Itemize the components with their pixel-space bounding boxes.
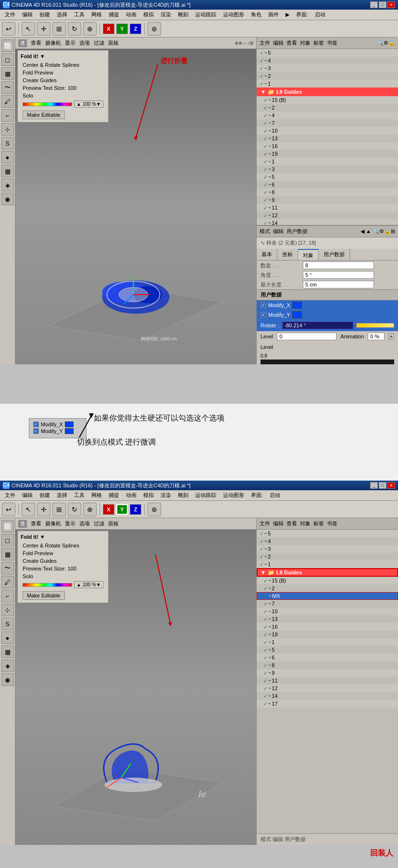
menu-select[interactable]: 选择	[54, 10, 70, 19]
b-menu-startup[interactable]: 启动	[267, 491, 283, 500]
sidebar-poly-mode[interactable]: ▦	[1, 67, 14, 80]
b-undo-button[interactable]: ↩	[2, 503, 15, 516]
scale-tool[interactable]: ⊞	[52, 22, 66, 36]
select-tool[interactable]: ↖	[22, 22, 35, 36]
b-rp-tag[interactable]: 标签	[313, 520, 324, 527]
vp-toolbar-view[interactable]: 查看	[31, 39, 41, 47]
b-guide-g12[interactable]: ✓ ~ 12	[257, 684, 398, 692]
sidebar-extra1[interactable]: ◈	[1, 179, 14, 191]
b-menu-animate[interactable]: 动画	[123, 491, 139, 500]
b-sidebar-cursor[interactable]: ⊹	[1, 604, 14, 616]
level-input[interactable]	[277, 333, 336, 340]
b-menu-motion-track[interactable]: 运动跟踪	[192, 491, 219, 500]
guide-13[interactable]: ✓ ~ 13	[257, 135, 398, 142]
minimize-button[interactable]: _	[370, 1, 378, 8]
b-guide-mx[interactable]: ✓ ~ MX	[257, 592, 398, 600]
b-move-tool[interactable]: ✛	[37, 503, 50, 516]
guide-7[interactable]: ✓ ~ 7	[257, 119, 398, 127]
props-user-data[interactable]: 用户数据	[286, 228, 308, 235]
undo-button[interactable]: ↩	[2, 22, 15, 36]
menu-mesh[interactable]: 网格	[88, 10, 105, 19]
b-guide-7[interactable]: ✓ ~ 7	[257, 600, 398, 608]
b-sidebar-l-shape[interactable]: ⌐	[1, 590, 14, 602]
rp-view[interactable]: 查看	[286, 39, 297, 47]
b-guide-g8[interactable]: ✓ ~ 8	[257, 661, 398, 669]
b-menu-tools[interactable]: 工具	[71, 491, 87, 500]
b-sidebar-extra2[interactable]: ◉	[1, 673, 14, 686]
guide-g3[interactable]: ✓ ~ 3	[257, 165, 398, 173]
sidebar-s-label[interactable]: S	[1, 137, 14, 149]
sidebar-cursor[interactable]: ⊹	[1, 123, 14, 136]
b-extra-tool1[interactable]: ⊛	[148, 503, 161, 516]
axis-z-button[interactable]: Z	[130, 24, 141, 34]
b-sidebar-spline-mode[interactable]: 〜	[1, 562, 14, 574]
sidebar-round[interactable]: ●	[1, 151, 14, 163]
vp-toolbar-filter[interactable]: 过滤	[94, 39, 104, 47]
b-menu-select[interactable]: 选择	[54, 491, 70, 500]
b-guide-16[interactable]: ✓ ~ 16	[257, 623, 398, 631]
b-vp-toolbar-display[interactable]: 显示	[65, 520, 75, 527]
guide-10[interactable]: ✓ ~ 10	[257, 127, 398, 135]
obj-item-num5[interactable]: ✓ ~ 5	[257, 49, 398, 57]
rotate-tool[interactable]: ↻	[68, 22, 81, 36]
b-menu-mograph[interactable]: 运动图形	[220, 491, 247, 500]
menu-startup[interactable]: 启动	[312, 10, 328, 19]
b-rp-file[interactable]: 文件	[260, 520, 270, 527]
rp-edit[interactable]: 编辑	[273, 39, 284, 47]
b-menu-interface[interactable]: 界面:	[248, 491, 266, 500]
b-sidebar-object-mode[interactable]: ⬜	[1, 520, 14, 533]
rp-object[interactable]: 对象	[300, 39, 311, 47]
bottom-viewport-3d[interactable]: Iα Fold it! ▼ Center & Rotate Splines Fo…	[15, 530, 256, 845]
b-obj-1[interactable]: ✓ ~ 1	[257, 560, 398, 568]
b-menu-file[interactable]: 文件	[2, 491, 18, 500]
b-guide-2[interactable]: ✓ ~ 2	[257, 584, 398, 592]
sidebar-l-shape[interactable]: ⌐	[1, 109, 14, 122]
b-guide-g5[interactable]: ✓ ~ 5	[257, 646, 398, 654]
b-obj-3[interactable]: ✓ ~ 3	[257, 545, 398, 553]
obj-item-num4[interactable]: ✓ ~ 4	[257, 57, 398, 64]
bottom-minimize-button[interactable]: _	[370, 482, 378, 489]
vp-toolbar-options[interactable]: 选项	[79, 39, 90, 47]
b-axis-x-button[interactable]: X	[103, 504, 114, 515]
guides-folder[interactable]: ▼ 📁 L9 Guides	[257, 87, 398, 96]
b-guide-13[interactable]: ✓ ~ 13	[257, 615, 398, 623]
make-editable-button[interactable]: Make Editable	[23, 111, 65, 119]
fold-create-guides[interactable]: Create Guides	[21, 76, 105, 84]
guide-g14[interactable]: ✓ ~ 14	[257, 219, 398, 225]
b-vp-toolbar-panel[interactable]: 面板	[108, 520, 119, 527]
menu-motion-track[interactable]: 运动跟踪	[192, 10, 219, 19]
b-rp-bookmark[interactable]: 书签	[327, 520, 337, 527]
transform-tool[interactable]: ⊕	[83, 22, 97, 36]
b-fold-center-rotate[interactable]: Center & Rotate Splines	[21, 542, 105, 549]
props-tab-userdata[interactable]: 用户数据	[319, 249, 350, 260]
b-menu-edit[interactable]: 编辑	[19, 491, 36, 500]
b-guide-g14[interactable]: ✓ ~ 14	[257, 692, 398, 700]
b-sidebar-edge-mode[interactable]: ◻	[1, 534, 14, 546]
sidebar-extra2[interactable]: ◉	[1, 193, 14, 205]
b-vp-toolbar-options[interactable]: 选项	[79, 520, 90, 527]
guide-15b[interactable]: ✓ ~ 15 (B)	[257, 96, 398, 104]
vp-toolbar-panel[interactable]: 面板	[108, 39, 119, 47]
b-guide-15b[interactable]: ✓ ~ 15 (B)	[257, 577, 398, 584]
menu-edit[interactable]: 编辑	[19, 10, 36, 19]
props-modes[interactable]: 模式	[260, 228, 270, 235]
b-fold-slider[interactable]	[23, 583, 72, 587]
modify-x-checkbox[interactable]: ✓	[261, 302, 266, 308]
b-fold-preview[interactable]: Fold Preview	[21, 549, 105, 557]
guide-g1[interactable]: ✓ ~ 1	[257, 158, 398, 165]
guide-g12[interactable]: ✓ ~ 12	[257, 211, 398, 219]
menu-play[interactable]: ▶	[283, 11, 292, 19]
move-tool[interactable]: ✛	[37, 22, 50, 36]
b-transform-tool[interactable]: ⊕	[83, 503, 97, 516]
viewport-3d[interactable]: 网格间距: 1000 cm Fold it! ▼ Center & Rotate…	[15, 49, 256, 364]
rp-file[interactable]: 文件	[260, 39, 270, 47]
guide-g8[interactable]: ✓ ~ 8	[257, 188, 398, 196]
menu-snap[interactable]: 捕捉	[106, 10, 122, 19]
b-menu-sculpt[interactable]: 雕刻	[175, 491, 191, 500]
menu-character[interactable]: 角色	[248, 10, 264, 19]
fold-center-rotate[interactable]: Center & Rotate Splines	[21, 61, 105, 69]
b-obj-2[interactable]: ✓ ~ 2	[257, 553, 398, 560]
bottom-close-button[interactable]: ✕	[387, 482, 395, 489]
b-menu-create[interactable]: 创建	[37, 491, 53, 500]
menu-file[interactable]: 文件	[2, 10, 18, 19]
